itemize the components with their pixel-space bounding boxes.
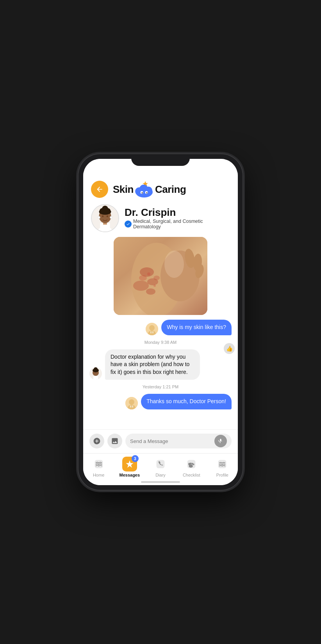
nav-item-profile[interactable]: Profile: [207, 457, 238, 477]
svg-rect-42: [93, 376, 98, 380]
doctor-avatar: [91, 204, 119, 232]
svg-point-45: [94, 367, 98, 371]
checklist-label: Checklist: [183, 473, 200, 477]
logo-first: Skin: [113, 183, 134, 196]
svg-point-20: [110, 216, 112, 219]
svg-marker-52: [126, 460, 133, 468]
voice-button[interactable]: [214, 435, 227, 447]
profile-icon-container: [215, 457, 230, 471]
notch: [131, 154, 190, 166]
doctor-name: Dr. Crispin: [125, 207, 230, 218]
app-logo: Skin: [113, 181, 186, 197]
svg-point-30: [146, 288, 155, 295]
svg-point-7: [141, 192, 143, 194]
messages-badge: 3: [132, 455, 139, 462]
svg-point-16: [102, 206, 108, 212]
user-avatar-2: [125, 397, 138, 409]
gallery-button[interactable]: [107, 434, 122, 448]
nav-item-checklist[interactable]: Checklist: [176, 457, 207, 477]
bubble-2: Doctor explanation for why you have a sk…: [105, 349, 200, 380]
user-avatar-1: [146, 323, 158, 335]
message-input[interactable]: [130, 438, 211, 444]
checklist-icon-container: [184, 457, 199, 471]
specialty-text: Medical, Surgical, and Cosmetic Dermatol…: [133, 219, 230, 229]
reaction-thumbs-up: 👍: [224, 343, 235, 354]
svg-point-59: [193, 463, 194, 465]
nav-item-messages[interactable]: 3 Messages: [114, 457, 145, 477]
checklist-icon: [186, 459, 196, 469]
doctor-portrait-mini: [89, 367, 102, 380]
doctor-portrait: [92, 205, 118, 232]
timestamp-1: Monday 9:38 AM: [89, 340, 232, 345]
svg-point-34: [153, 285, 156, 287]
back-arrow-icon: [96, 185, 103, 193]
camera-plus-icon: [93, 437, 101, 445]
svg-point-48: [129, 399, 134, 405]
phone-screen: Skin: [83, 159, 238, 485]
chat-area: Why is my skin like this? Monday 9:: [83, 237, 238, 429]
header: Skin: [83, 176, 238, 201]
logo-cloud-mascot: [134, 181, 155, 197]
incoming-bubble-container: 👍 Doctor explanation for why you have a …: [105, 349, 232, 380]
image-icon: [111, 437, 119, 445]
doctor-specialty-row: Medical, Surgical, and Cosmetic Dermatol…: [125, 219, 230, 229]
microphone-icon: [218, 438, 223, 444]
home-label: Home: [93, 473, 104, 477]
svg-point-56: [188, 463, 190, 466]
svg-point-18: [107, 215, 108, 217]
nav-item-diary[interactable]: Diary: [145, 457, 176, 477]
bubble-3: Thanks so much, Doctor Person!: [141, 394, 232, 409]
home-icon: [94, 459, 104, 469]
doctor-mini-avatar: [89, 367, 102, 380]
diary-label: Diary: [155, 473, 166, 477]
user-portrait-2: [125, 397, 138, 409]
camera-button[interactable]: [89, 434, 104, 448]
svg-point-32: [153, 276, 160, 280]
messages-icon-container: 3: [122, 457, 137, 471]
svg-point-31: [139, 275, 147, 281]
user-portrait-1: [146, 323, 158, 335]
svg-rect-40: [152, 331, 153, 333]
diary-icon: [155, 459, 166, 469]
svg-rect-49: [130, 406, 131, 407]
home-icon-container: [91, 457, 106, 471]
message-row-2: 👍 Doctor explanation for why you have a …: [89, 349, 232, 380]
svg-point-35: [164, 251, 184, 278]
svg-point-58: [192, 463, 193, 465]
messages-label: Messages: [119, 473, 140, 477]
profile-label: Profile: [216, 473, 228, 477]
skin-image[interactable]: [114, 237, 207, 315]
skin-illustration: [114, 237, 207, 315]
svg-point-29: [133, 281, 149, 291]
svg-point-57: [190, 463, 192, 464]
bubble-1: Why is my skin like this?: [161, 320, 232, 335]
back-button[interactable]: [91, 181, 108, 198]
bottom-nav: Home 3 Messages: [83, 453, 238, 485]
svg-point-8: [146, 192, 147, 194]
nav-item-home[interactable]: Home: [83, 457, 114, 477]
diary-icon-container: [153, 457, 168, 471]
svg-rect-50: [132, 406, 133, 407]
svg-point-38: [149, 325, 155, 331]
svg-rect-60: [218, 460, 226, 468]
timestamp-2: Yesterday 1:21 PM: [89, 384, 232, 389]
phone-frame: Skin: [78, 154, 243, 490]
doctor-info: Dr. Crispin Medical, Surgical, and Cosme…: [83, 201, 238, 237]
message-row-3: Thanks so much, Doctor Person!: [89, 394, 232, 409]
input-area: [83, 429, 238, 453]
check-icon: [126, 222, 130, 226]
message-input-container[interactable]: [125, 434, 232, 448]
logo-second: Caring: [155, 183, 186, 196]
verified-badge: [125, 221, 132, 228]
skin-photo-placeholder: [114, 237, 207, 315]
profile-icon: [217, 459, 227, 469]
svg-rect-39: [150, 331, 152, 333]
message-row-1: Why is my skin like this?: [89, 320, 232, 335]
svg-point-17: [102, 215, 103, 217]
svg-point-19: [98, 216, 100, 219]
svg-point-33: [147, 272, 150, 276]
doctor-details: Dr. Crispin Medical, Surgical, and Cosme…: [125, 207, 230, 230]
app-content: Skin: [83, 176, 238, 485]
home-indicator: [141, 481, 180, 483]
